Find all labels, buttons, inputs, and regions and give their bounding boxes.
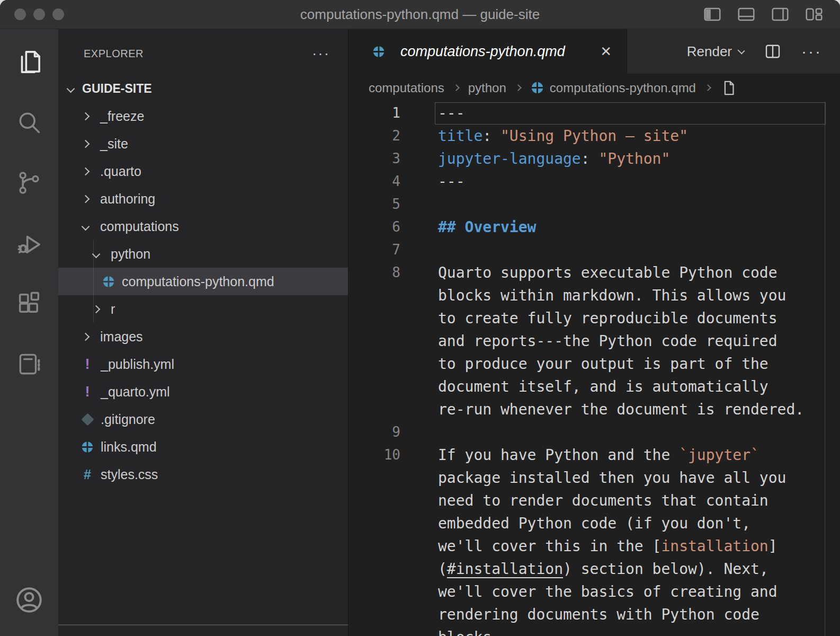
tree-item-publish-yml[interactable]: !_publish.yml bbox=[58, 350, 348, 378]
css-file-icon: # bbox=[81, 467, 94, 481]
more-actions-icon[interactable]: ··· bbox=[312, 51, 330, 56]
code-text: to create fully reproducible documents bbox=[438, 307, 778, 330]
minimize-window-button[interactable] bbox=[33, 8, 45, 20]
chevron-down-icon bbox=[82, 222, 90, 231]
tree-item-images[interactable]: images bbox=[58, 323, 348, 350]
tree-item-quarto[interactable]: .quarto bbox=[58, 157, 348, 185]
activity-item-extensions[interactable] bbox=[14, 289, 44, 319]
code-line: 10If you have Python and the `jupyter` bbox=[348, 444, 840, 466]
tree-item-label: python bbox=[111, 246, 150, 262]
chevron-right-icon bbox=[515, 84, 522, 91]
activity-item-source-control[interactable] bbox=[14, 168, 44, 198]
code-line: 2title: "Using Python — site" bbox=[348, 125, 840, 147]
code-text: Quarto supports executable Python code bbox=[438, 261, 778, 284]
code-line: 5 bbox=[348, 193, 840, 216]
render-label: Render bbox=[687, 43, 732, 60]
tree-item-label: links.qmd bbox=[101, 439, 157, 455]
tree-item-quarto-yml[interactable]: !_quarto.yml bbox=[58, 378, 348, 405]
line-number: 7 bbox=[348, 238, 400, 261]
tree-item-label: authoring bbox=[100, 191, 155, 207]
traffic-lights bbox=[14, 8, 64, 20]
file-tree: _freeze_site.quartoauthoringcomputations… bbox=[58, 102, 348, 488]
breadcrumb-item-computations[interactable]: computations bbox=[369, 81, 444, 95]
quarto-file-icon bbox=[81, 440, 94, 454]
tree-item-links-qmd[interactable]: links.qmd bbox=[58, 433, 348, 461]
layout-customize-icon[interactable] bbox=[804, 4, 824, 24]
code-text: re-run whenever the document is rendered… bbox=[438, 398, 804, 421]
layout-sidebar-left-icon[interactable] bbox=[702, 4, 722, 24]
tree-item-python[interactable]: python bbox=[58, 240, 348, 268]
close-window-button[interactable] bbox=[14, 8, 26, 20]
tree-item-freeze[interactable]: _freeze bbox=[58, 102, 348, 130]
tree-item-label: computations bbox=[100, 219, 179, 234]
breadcrumb-item-python[interactable]: python bbox=[468, 81, 506, 95]
titlebar: computations-python.qmd — guide-site bbox=[0, 0, 840, 29]
tree-item-label: r bbox=[111, 302, 115, 317]
yaml-file-icon: ! bbox=[81, 357, 94, 371]
zoom-window-button[interactable] bbox=[52, 8, 64, 20]
split-editor-icon[interactable] bbox=[763, 42, 782, 61]
code-line: to create fully reproducible documents bbox=[348, 307, 840, 330]
layout-panel-icon[interactable] bbox=[736, 4, 756, 24]
code-line: to produce your output is part of the bbox=[348, 352, 840, 375]
tree-item-label: .quarto bbox=[100, 164, 141, 179]
close-tab-icon[interactable]: ✕ bbox=[600, 43, 612, 60]
line-number: 1 bbox=[348, 102, 400, 125]
chevron-right-icon bbox=[82, 112, 90, 120]
chevron-right-icon bbox=[704, 84, 711, 91]
tree-item-gitignore[interactable]: .gitignore bbox=[58, 405, 348, 433]
code-editor[interactable]: 1---2title: "Using Python — site"3jupyte… bbox=[348, 102, 840, 636]
activity-item-account[interactable] bbox=[13, 584, 45, 616]
tree-item-styles-css[interactable]: #styles.css bbox=[58, 461, 348, 488]
code-line: we'll cover the basics of creating and bbox=[348, 580, 840, 603]
activity-item-search[interactable] bbox=[14, 108, 44, 137]
layout-sidebar-right-icon[interactable] bbox=[770, 4, 790, 24]
yaml-file-icon: ! bbox=[81, 385, 94, 399]
code-text: document itself, and is automatically bbox=[438, 375, 768, 398]
layout-controls bbox=[702, 4, 824, 24]
explorer-icon bbox=[15, 48, 43, 76]
code-text: title: "Using Python — site" bbox=[438, 125, 688, 147]
code-text: --- bbox=[438, 170, 465, 193]
code-line: need to render documents that contain bbox=[348, 489, 840, 512]
breadcrumb-label: python bbox=[468, 81, 506, 95]
tree-item-computations-python-qmd[interactable]: computations-python.qmd bbox=[58, 268, 348, 295]
code-text: we'll cover the basics of creating and bbox=[438, 580, 778, 603]
code-line: 9 bbox=[348, 421, 840, 444]
tree-item-label: _site bbox=[100, 136, 128, 152]
tab-computations-python-qmd[interactable]: computations-python.qmd ✕ bbox=[348, 29, 627, 74]
outline-header[interactable]: OUTLINE bbox=[58, 630, 348, 636]
code-line: and reports---the Python code required bbox=[348, 330, 840, 352]
tree-item-label: .gitignore bbox=[101, 412, 155, 427]
section-guide-site[interactable]: GUIDE-SITE bbox=[58, 75, 348, 102]
more-actions-icon[interactable]: ··· bbox=[801, 49, 822, 54]
code-line: we'll cover this in the [installation] bbox=[348, 535, 840, 558]
tree-item-label: styles.css bbox=[101, 467, 158, 482]
source-control-icon bbox=[15, 169, 43, 197]
breadcrumb-item-computations-python-qmd[interactable]: computations-python.qmd bbox=[530, 81, 696, 95]
code-line: rendering documents with Python code bbox=[348, 603, 840, 626]
code-text: embedded Python code (if you don't, bbox=[438, 512, 750, 535]
breadcrumb-item-symbol[interactable] bbox=[720, 79, 738, 97]
code-line: 6## Overview bbox=[348, 216, 840, 238]
code-line: 4--- bbox=[348, 170, 840, 193]
activity-item-explorer[interactable] bbox=[14, 47, 44, 77]
code-text: --- bbox=[438, 102, 465, 125]
quarto-file-icon bbox=[102, 275, 115, 288]
tree-item-r[interactable]: r bbox=[58, 295, 348, 323]
activity-item-notebook[interactable] bbox=[14, 349, 44, 379]
file-symbol-icon bbox=[720, 79, 738, 97]
tree-item-authoring[interactable]: authoring bbox=[58, 185, 348, 213]
workbench: EXPLORER ··· GUIDE-SITE _freeze_site.qua… bbox=[0, 29, 840, 636]
activity-item-run-debug[interactable] bbox=[14, 228, 44, 258]
chevron-right-icon bbox=[82, 167, 90, 175]
code-line: package installed then you have all you bbox=[348, 466, 840, 489]
render-button[interactable]: Render bbox=[687, 43, 744, 60]
chevron-down-icon bbox=[67, 84, 75, 93]
tree-item-site[interactable]: _site bbox=[58, 130, 348, 157]
editor-group: computations-python.qmd ✕ Render ··· com… bbox=[348, 29, 840, 636]
tree-item-computations[interactable]: computations bbox=[58, 213, 348, 240]
outline-section: OUTLINE bbox=[58, 624, 348, 636]
git-file-icon bbox=[81, 412, 94, 426]
code-line: document itself, and is automatically bbox=[348, 375, 840, 398]
